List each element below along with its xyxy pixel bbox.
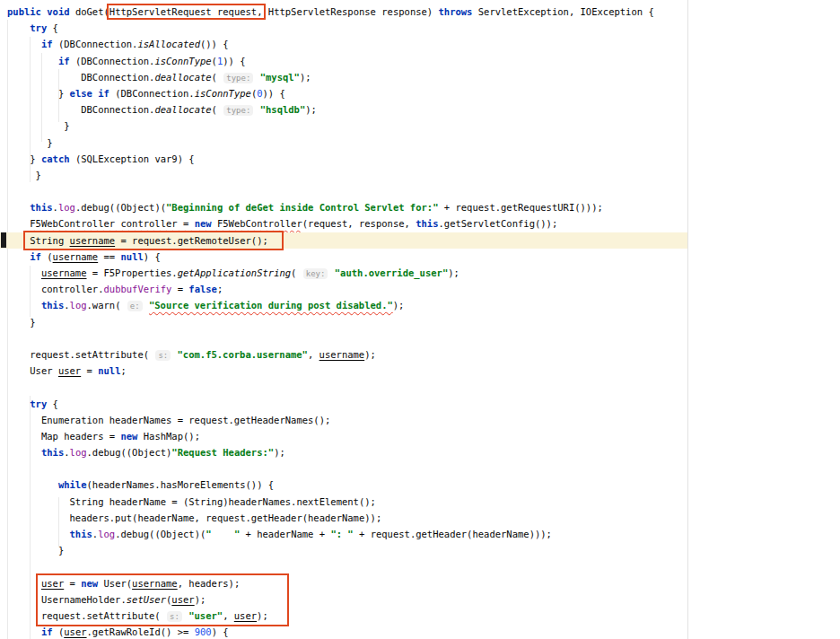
code-token: , <box>308 349 319 360</box>
code-token: User <box>30 365 58 376</box>
code-line-7[interactable]: DBConnection.deallocate( type: "hsqldb")… <box>0 101 840 118</box>
code-line-2[interactable]: try { <box>0 20 840 36</box>
code-line-36[interactable]: user = new User(username, headers); <box>0 575 840 591</box>
code-line-39[interactable]: if (user.getRawRoleId() >= 900) { <box>0 624 840 639</box>
code-line-33[interactable]: this.log.debug((Object)(" " + headerName… <box>0 526 840 542</box>
code-token: username <box>319 349 365 360</box>
code-line-28[interactable]: this.log.debug((Object)"Request Headers:… <box>0 444 840 460</box>
code-line-21[interactable] <box>0 330 840 346</box>
code-line-10[interactable]: } catch (SQLException var9) { <box>0 151 840 167</box>
code-token: DBConnection. <box>81 72 154 83</box>
code-token: this <box>30 202 52 213</box>
indent-whitespace <box>7 300 41 311</box>
code-line-37[interactable]: UsernameHolder.setUser(user); <box>0 591 840 608</box>
code-line-24[interactable] <box>0 379 840 395</box>
parameter-hint-chip: type: <box>223 105 253 116</box>
code-token: = <box>81 365 98 376</box>
code-line-26[interactable]: Enumeration headerNames = request.getHea… <box>0 412 840 428</box>
indent-whitespace <box>7 72 81 83</box>
indent-whitespace <box>7 202 30 213</box>
code-token: doGet( <box>70 6 109 17</box>
code-token: (request, response, <box>302 218 416 229</box>
code-token: " " <box>206 529 240 539</box>
code-line-30[interactable]: while(headerNames.hasMoreElements()) { <box>0 477 840 493</box>
indent-whitespace <box>7 496 70 507</box>
code-token: ); <box>300 72 311 83</box>
code-line-35[interactable] <box>0 558 840 574</box>
code-token: F5WebController <box>212 218 302 229</box>
code-token: } <box>64 120 69 131</box>
code-token: setUser <box>127 594 166 605</box>
code-token: (DBConnection. <box>70 56 155 66</box>
indent-whitespace <box>7 512 70 523</box>
indent-whitespace <box>7 137 47 148</box>
code-token: ); <box>274 447 285 458</box>
indent-whitespace <box>7 545 58 556</box>
code-line-23[interactable]: User user = null; <box>0 363 840 379</box>
code-line-12[interactable] <box>0 183 840 199</box>
code-token: (headerNames.hasMoreElements()) { <box>87 479 275 490</box>
code-line-8[interactable]: } <box>0 118 840 134</box>
code-token: ); <box>364 349 376 360</box>
code-line-19[interactable]: this.log.warn( e: "Source verification d… <box>0 297 840 313</box>
indent-whitespace <box>7 626 41 637</box>
code-line-1[interactable]: public void doGet(HttpServletRequest req… <box>0 4 840 20</box>
indent-whitespace <box>7 120 64 131</box>
code-token: log <box>98 529 115 539</box>
code-line-15[interactable]: String username = request.getRemoteUser(… <box>0 232 840 249</box>
code-token: UsernameHolder. <box>41 594 127 605</box>
code-line-25[interactable]: try { <box>0 396 840 412</box>
code-editor[interactable]: public void doGet(HttpServletRequest req… <box>0 0 840 639</box>
code-line-20[interactable]: } <box>0 314 840 330</box>
code-token: log <box>70 447 87 458</box>
code-token: "Beginning of deGet inside Control Servl… <box>166 202 438 213</box>
code-line-34[interactable]: } <box>0 542 840 558</box>
indent-whitespace <box>7 170 36 180</box>
code-line-6[interactable]: } else if (DBConnection.isConnType(0)) { <box>0 85 840 101</box>
indent-whitespace <box>7 267 41 278</box>
code-line-18[interactable]: controller.dubbufVerify = false; <box>0 281 840 297</box>
code-token: deallocate <box>154 104 211 115</box>
code-token: user <box>234 610 257 621</box>
code-line-4[interactable]: if (DBConnection.isConnType(1)) { <box>0 53 840 69</box>
code-line-22[interactable]: request.setAttribute( s: "com.f5.corba.u… <box>0 346 840 363</box>
code-token: + request.getHeader(headerName))); <box>354 529 552 539</box>
code-token: void <box>47 6 69 17</box>
code-token: 900 <box>195 626 212 637</box>
code-area[interactable]: public void doGet(HttpServletRequest req… <box>0 0 840 639</box>
indent-whitespace <box>7 594 41 605</box>
code-line-14[interactable]: F5WebController controller = new F5WebCo… <box>0 215 840 232</box>
indent-whitespace <box>7 22 30 33</box>
indent-whitespace <box>7 153 30 164</box>
code-token: if <box>58 56 70 66</box>
code-token: username <box>70 235 116 246</box>
code-token: DBConnection. <box>81 104 154 115</box>
code-token: this <box>70 529 92 539</box>
code-line-11[interactable]: } <box>0 167 840 183</box>
code-token: "Request Headers:" <box>171 447 274 458</box>
code-line-17[interactable]: username = F5Properties.getApplicationSt… <box>0 265 840 281</box>
code-line-3[interactable]: if (DBConnection.isAllocated()) { <box>0 36 840 52</box>
code-token: .debug((Object)( <box>115 529 206 539</box>
code-line-27[interactable]: Map headers = new HashMap(); <box>0 428 840 444</box>
code-token: User( <box>98 578 132 589</box>
code-line-16[interactable]: if (username == null) { <box>0 249 840 265</box>
code-token: } <box>30 153 41 164</box>
code-token: (DBConnection. <box>109 88 195 99</box>
code-token: log <box>70 300 87 311</box>
code-token: HttpServletResponse response) <box>263 6 439 17</box>
code-line-29[interactable] <box>0 460 840 477</box>
code-token: new <box>195 218 212 229</box>
code-token: , headers); <box>178 578 241 589</box>
code-line-9[interactable]: } <box>0 135 840 151</box>
indent-whitespace <box>7 431 41 442</box>
code-line-13[interactable]: this.log.debug((Object)("Beginning of de… <box>0 199 840 215</box>
code-line-32[interactable]: headers.put(headerName, request.getHeade… <box>0 510 840 526</box>
code-line-31[interactable]: String headerName = (String)headerNames.… <box>0 494 840 510</box>
code-token: "hsqldb" <box>260 104 306 115</box>
indent-whitespace <box>7 39 41 49</box>
indent-whitespace <box>7 251 30 262</box>
code-token: null <box>120 251 143 262</box>
code-line-38[interactable]: request.setAttribute( s: "user", user); <box>0 608 840 624</box>
code-line-5[interactable]: DBConnection.deallocate( type: "mysql"); <box>0 69 840 85</box>
